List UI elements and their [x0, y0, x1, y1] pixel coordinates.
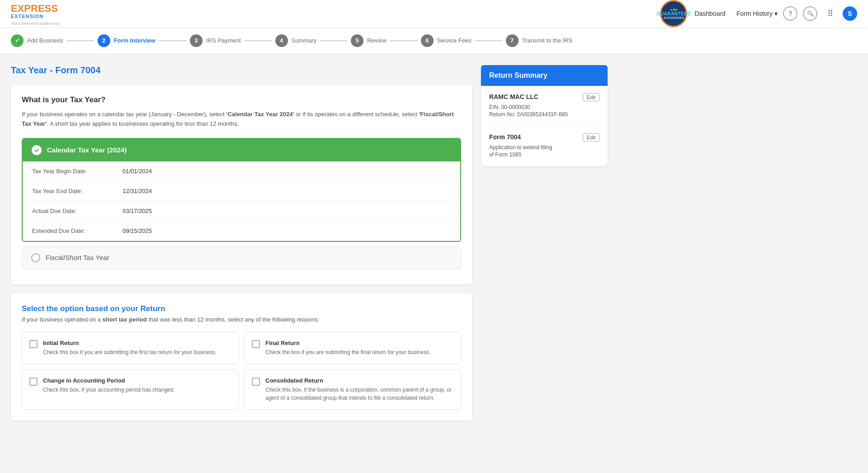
- step-3[interactable]: 3 IRS Payment: [190, 34, 241, 47]
- extended-due-label: Extended Due Date:: [32, 227, 123, 234]
- company-section: RAMC MAC LLC Edit EIN: 00-0000030 Return…: [489, 93, 599, 126]
- tax-begin-date-row: Tax Year Begin Date: 01/01/2024: [23, 161, 460, 181]
- badge-bottom: AUTHORIZED: [663, 16, 684, 19]
- change-accounting-checkbox[interactable]: [29, 378, 38, 386]
- step-5[interactable]: 5 Review: [351, 34, 387, 47]
- step-connector-1: [67, 40, 94, 41]
- form-desc2: of Form 1065: [489, 151, 599, 158]
- help-icon[interactable]: ?: [783, 6, 797, 21]
- logo-extension: EXTENSION: [11, 14, 61, 19]
- change-accounting-title: Change in Accounting Period: [43, 377, 175, 384]
- consolidated-return-desc: Check this box, if the business is a cor…: [265, 386, 453, 402]
- step-6[interactable]: 6 Service Fees: [421, 34, 472, 47]
- return-type-desc: If your business operated on a short tax…: [22, 316, 461, 323]
- step-6-label: Service Fees: [437, 37, 472, 44]
- actual-due-label: Actual Due Date:: [32, 208, 123, 214]
- company-ein: EIN: 00-0000030: [489, 104, 599, 110]
- fiscal-option-header[interactable]: Fiscal/Short Tax Year: [22, 247, 461, 269]
- extended-due-date-row: Extended Due Date: 09/15/2025: [23, 221, 460, 241]
- change-accounting-option[interactable]: Change in Accounting Period Check this b…: [22, 369, 239, 410]
- fiscal-radio-icon: [31, 253, 40, 262]
- step-3-label: IRS Payment: [206, 37, 241, 44]
- actual-due-date-row: Actual Due Date: 03/17/2025: [23, 201, 460, 221]
- tax-year-description: If your business operates on a calendar …: [22, 110, 461, 129]
- step-connector-5: [390, 40, 417, 41]
- initial-return-title: Initial Return: [43, 340, 217, 346]
- step-1-circle: ✓: [11, 34, 24, 47]
- search-icon[interactable]: 🔍: [803, 6, 817, 21]
- logo: EXPRESS EXTENSION Tax Extensions made ea…: [11, 4, 61, 24]
- final-return-option[interactable]: Final Return Check the box if you are su…: [244, 332, 461, 364]
- end-date-label: Tax Year End Date:: [32, 188, 123, 194]
- logo-express: EXPRESS: [11, 4, 61, 14]
- form-desc1: Application to extend filing: [489, 144, 599, 151]
- final-return-checkbox[interactable]: [252, 340, 260, 348]
- step-2-label: Form Interview: [114, 37, 156, 44]
- company-edit-button[interactable]: Edit: [583, 93, 599, 101]
- step-4[interactable]: 4 Summary: [275, 34, 317, 47]
- consolidated-return-option[interactable]: Consolidated Return Check this box, if t…: [244, 369, 461, 410]
- return-type-title: Select the option based on your Return: [22, 304, 461, 313]
- return-summary-card: Return Summary RAMC MAC LLC Edit EIN: 00…: [481, 65, 608, 166]
- begin-date-value: 01/01/2024: [123, 168, 152, 175]
- return-summary-header: Return Summary: [481, 65, 608, 86]
- user-avatar[interactable]: S: [843, 6, 857, 21]
- form-section-header: Form 7004 Edit: [489, 133, 599, 142]
- guaranteed-badge: e-file GUARANTEED AUTHORIZED: [660, 0, 687, 27]
- form-edit-button[interactable]: Edit: [583, 133, 599, 142]
- dashboard-link[interactable]: Dashboard: [694, 10, 726, 17]
- extended-due-value: 09/15/2025: [123, 227, 152, 234]
- step-4-label: Summary: [292, 37, 317, 44]
- stepper: ✓ Add Business 2 Form Interview 3 IRS Pa…: [0, 27, 868, 54]
- step-2[interactable]: 2 Form Interview: [98, 34, 156, 47]
- return-type-card: Select the option based on your Return I…: [11, 293, 472, 421]
- actual-due-value: 03/17/2025: [123, 208, 152, 214]
- company-return-no: Return No: 2A0036524431F-885: [489, 111, 599, 118]
- end-date-value: 12/31/2024: [123, 188, 152, 194]
- begin-date-label: Tax Year Begin Date:: [32, 168, 123, 175]
- step-2-circle: 2: [98, 34, 110, 47]
- company-section-header: RAMC MAC LLC Edit: [489, 93, 599, 101]
- header: EXPRESS EXTENSION Tax Extensions made ea…: [0, 0, 868, 27]
- consolidated-return-checkbox[interactable]: [252, 378, 260, 386]
- initial-return-desc: Check this box if you are submitting the…: [43, 348, 217, 356]
- step-7[interactable]: 7 Transmit to the IRS: [506, 34, 573, 47]
- step-6-circle: 6: [421, 34, 434, 47]
- step-7-label: Transmit to the IRS: [522, 37, 573, 44]
- step-1[interactable]: ✓ Add Business: [11, 34, 63, 47]
- form-section: Form 7004 Edit Application to extend fil…: [489, 133, 599, 158]
- badge-middle: GUARANTEED: [657, 11, 691, 16]
- step-connector-4: [320, 40, 347, 41]
- checkbox-grid: Initial Return Check this box if you are…: [22, 332, 461, 410]
- step-7-circle: 7: [506, 34, 519, 47]
- chevron-down-icon: ▾: [774, 10, 778, 17]
- calendar-tax-year-option[interactable]: Calendar Tax Year (2024) Tax Year Begin …: [22, 138, 461, 242]
- logo-area: EXPRESS EXTENSION Tax Extensions made ea…: [11, 4, 61, 24]
- step-connector-6: [475, 40, 502, 41]
- form-name: Form 7004: [489, 133, 521, 141]
- sidebar: Return Summary RAMC MAC LLC Edit EIN: 00…: [481, 65, 608, 430]
- step-5-circle: 5: [351, 34, 363, 47]
- form-history-link[interactable]: Form History ▾: [736, 10, 778, 17]
- step-1-label: Add Business: [27, 37, 63, 44]
- grid-icon[interactable]: ⠿: [823, 6, 837, 21]
- final-return-title: Final Return: [265, 340, 431, 346]
- step-4-circle: 4: [275, 34, 288, 47]
- return-summary-body: RAMC MAC LLC Edit EIN: 00-0000030 Return…: [481, 86, 608, 166]
- calendar-option-body: Tax Year Begin Date: 01/01/2024 Tax Year…: [23, 161, 460, 241]
- change-accounting-desc: Check this box, if your accounting perio…: [43, 386, 175, 394]
- fiscal-tax-year-option[interactable]: Fiscal/Short Tax Year: [22, 246, 461, 269]
- initial-return-checkbox[interactable]: [29, 340, 38, 348]
- badge-top: e-file: [670, 8, 677, 11]
- tax-end-date-row: Tax Year End Date: 12/31/2024: [23, 181, 460, 201]
- logo-tagline: Tax Extensions made easy: [11, 21, 59, 26]
- content-area: Tax Year - Form 7004 What is your Tax Ye…: [11, 65, 472, 430]
- header-nav: Dashboard Form History ▾: [694, 10, 778, 17]
- step-connector-3: [245, 40, 272, 41]
- calendar-option-header[interactable]: Calendar Tax Year (2024): [23, 139, 460, 161]
- step-3-circle: 3: [190, 34, 203, 47]
- final-return-desc: Check the box if you are submitting the …: [265, 348, 431, 356]
- initial-return-option[interactable]: Initial Return Check this box if you are…: [22, 332, 239, 364]
- step-connector-2: [159, 40, 186, 41]
- tax-year-card: What is your Tax Year? If your business …: [11, 85, 472, 284]
